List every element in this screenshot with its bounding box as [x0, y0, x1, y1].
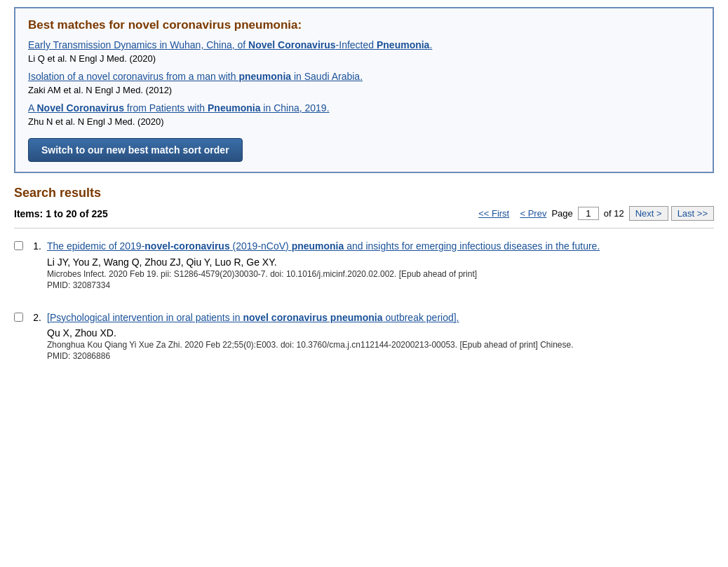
page-label: Page	[551, 208, 572, 219]
result-item-1: 1. The epidemic of 2019-novel-coronaviru…	[14, 240, 714, 297]
result-checkbox-1[interactable]	[14, 241, 23, 250]
result-pmid-1: PMID: 32087334	[47, 280, 714, 290]
result-item-2: 2. [Psychological intervention in oral p…	[14, 311, 714, 369]
bold-term: Pneumonia	[377, 39, 429, 50]
switch-sort-button[interactable]: Switch to our new best match sort order	[28, 138, 243, 162]
bold-term: Novel Coronavirus	[248, 39, 335, 50]
best-match-citation-3: Zhu N et al. N Engl J Med. (2020)	[28, 116, 700, 127]
best-match-link-2[interactable]: Isolation of a novel coronavirus from a …	[28, 71, 363, 82]
result-journal-1: Microbes Infect. 2020 Feb 19. pii: S1286…	[47, 269, 714, 279]
search-results-section: Search results Items: 1 to 20 of 225 << …	[14, 186, 714, 368]
best-match-link-3[interactable]: A Novel Coronavirus from Patients with P…	[28, 102, 330, 114]
result-number-2: 2.	[29, 311, 41, 323]
items-range: 1 to 20 of 225	[46, 208, 108, 219]
best-matches-title: Best matches for novel coronavirus pneum…	[28, 18, 700, 32]
best-matches-box: Best matches for novel coronavirus pneum…	[14, 7, 714, 173]
pagination: << First < Prev Page of 12 Next > Last >…	[478, 206, 714, 221]
result-title-1[interactable]: The epidemic of 2019-novel-coronavirus (…	[47, 240, 714, 254]
result-pmid-2: PMID: 32086886	[47, 351, 714, 361]
items-line: Items: 1 to 20 of 225 << First < Prev Pa…	[14, 206, 714, 221]
of-pages: of 12	[604, 208, 624, 219]
prev-page-link[interactable]: < Prev	[520, 208, 546, 219]
result-authors-2: Qu X, Zhou XD.	[47, 327, 714, 339]
result-number-1: 1.	[29, 240, 41, 252]
result-authors-1: Li JY, You Z, Wang Q, Zhou ZJ, Qiu Y, Lu…	[47, 257, 714, 268]
first-page-link[interactable]: << First	[478, 208, 509, 219]
page-input[interactable]	[578, 207, 599, 220]
result-content-1: The epidemic of 2019-novel-coronavirus (…	[47, 240, 714, 290]
items-label: Items:	[14, 208, 43, 219]
result-title-2[interactable]: [Psychological intervention in oral pati…	[47, 311, 714, 325]
best-match-link-1[interactable]: Early Transmission Dynamics in Wuhan, Ch…	[28, 39, 432, 50]
result-journal-2: Zhonghua Kou Qiang Yi Xue Za Zhi. 2020 F…	[47, 340, 714, 350]
divider	[14, 228, 714, 228]
result-checkbox-2[interactable]	[14, 313, 23, 322]
best-match-citation-1: Li Q et al. N Engl J Med. (2020)	[28, 53, 700, 64]
search-results-title: Search results	[14, 186, 714, 200]
result-content-2: [Psychological intervention in oral pati…	[47, 311, 714, 362]
last-page-button[interactable]: Last >>	[671, 206, 714, 221]
items-count: Items: 1 to 20 of 225	[14, 208, 108, 219]
next-page-button[interactable]: Next >	[629, 206, 668, 221]
best-match-citation-2: Zaki AM et al. N Engl J Med. (2012)	[28, 85, 700, 95]
